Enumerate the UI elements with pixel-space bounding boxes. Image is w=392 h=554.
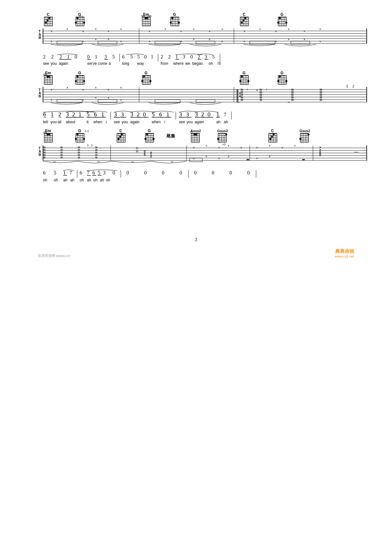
svg-text:2: 2 xyxy=(91,144,93,147)
svg-point-99 xyxy=(279,17,281,19)
page-number: 3 xyxy=(19,237,373,242)
svg-text:where: where xyxy=(173,61,184,66)
svg-text:2: 2 xyxy=(352,85,354,88)
svg-point-507 xyxy=(269,138,271,140)
svg-point-594 xyxy=(303,159,305,160)
svg-text:≋: ≋ xyxy=(240,98,243,102)
svg-text:i: i xyxy=(106,120,107,124)
svg-text:all: all xyxy=(58,120,61,124)
svg-text:1: 1 xyxy=(151,54,153,59)
svg-text:♩: ♩ xyxy=(247,87,248,91)
svg-text:×: × xyxy=(82,88,84,92)
svg-text:×: × xyxy=(294,144,296,148)
svg-text:×: × xyxy=(107,96,109,100)
svg-point-67 xyxy=(171,17,173,19)
svg-text:ah: ah xyxy=(216,120,220,124)
svg-text:×: × xyxy=(275,30,277,33)
footer-site-text: 歌谱简谱网 jianpu.cn xyxy=(38,253,70,258)
svg-text:0: 0 xyxy=(212,170,214,175)
chord-diagram-C3: C xyxy=(117,129,125,142)
svg-text:ah: ah xyxy=(70,178,74,182)
watermark: 典典吉他 www.ccjt.net xyxy=(335,248,354,258)
svg-text:×: × xyxy=(228,155,230,158)
svg-text:see: see xyxy=(179,120,185,124)
svg-text:×: × xyxy=(95,96,97,100)
svg-point-506 xyxy=(271,136,273,138)
svg-text:×: × xyxy=(51,40,52,43)
svg-text:when: when xyxy=(151,120,161,124)
svg-text:×: × xyxy=(209,30,211,33)
svg-point-83 xyxy=(244,17,246,19)
svg-text:×: × xyxy=(180,40,182,43)
chord-diagram-G5: G xyxy=(141,71,151,84)
svg-text:𝄊: 𝄊 xyxy=(97,160,100,165)
svg-text:×: × xyxy=(51,30,52,33)
svg-text:i: i xyxy=(164,120,165,124)
svg-text:i'll: i'll xyxy=(217,61,221,66)
svg-text:2: 2 xyxy=(150,155,152,158)
svg-point-280 xyxy=(277,80,279,82)
svg-point-339 xyxy=(239,93,241,94)
svg-text:2̲: 2̲ xyxy=(201,112,205,118)
svg-text:×: × xyxy=(221,40,223,43)
svg-point-30 xyxy=(75,22,77,24)
svg-point-522 xyxy=(308,134,309,136)
svg-text:0: 0 xyxy=(162,170,164,175)
svg-point-340 xyxy=(239,95,241,97)
svg-text:×: × xyxy=(218,157,220,160)
svg-text:×: × xyxy=(95,86,97,89)
svg-text:1̲: 1̲ xyxy=(216,112,220,118)
svg-point-458 xyxy=(144,138,146,140)
svg-text:7: 7 xyxy=(70,170,72,175)
svg-text:C: C xyxy=(47,12,50,17)
svg-text:when: when xyxy=(93,120,102,124)
svg-text:1̲: 1̲ xyxy=(166,112,170,118)
svg-text:≋: ≋ xyxy=(259,98,262,102)
svg-text:×: × xyxy=(82,98,84,102)
svg-text:tell: tell xyxy=(43,120,48,124)
svg-text:G: G xyxy=(144,71,147,75)
svg-point-85 xyxy=(241,22,243,24)
svg-text:oh: oh xyxy=(54,178,58,182)
svg-point-13 xyxy=(48,17,50,19)
svg-text:×: × xyxy=(193,38,195,41)
svg-point-443 xyxy=(118,138,119,140)
svg-text:0: 0 xyxy=(144,170,147,175)
svg-text:×: × xyxy=(95,27,97,31)
svg-text:oh: oh xyxy=(209,61,213,66)
svg-text:1̲: 1̲ xyxy=(78,112,82,118)
svg-text:2: 2 xyxy=(59,54,62,59)
svg-point-406 xyxy=(46,134,48,136)
svg-text:oh: oh xyxy=(93,178,97,182)
svg-point-425 xyxy=(83,138,85,140)
svg-text:×: × xyxy=(259,27,261,31)
svg-text:you: you xyxy=(51,61,57,66)
svg-text:×: × xyxy=(164,27,166,31)
svg-point-281 xyxy=(285,80,287,82)
chord-diagram-C2: C xyxy=(240,12,248,26)
svg-point-474 xyxy=(193,134,195,136)
svg-text:𝄊: 𝄊 xyxy=(53,160,56,165)
svg-point-407 xyxy=(48,134,50,136)
svg-text:2: 2 xyxy=(51,54,54,59)
svg-text:2: 2 xyxy=(198,54,200,59)
svg-text:×: × xyxy=(303,30,305,33)
svg-point-441 xyxy=(121,134,123,136)
svg-point-29 xyxy=(77,17,78,19)
svg-text:0̲: 0̲ xyxy=(143,112,146,118)
svg-text:×3: ×3 xyxy=(222,143,225,146)
svg-text:7: 7 xyxy=(87,170,89,175)
svg-text:2̲: 2̲ xyxy=(72,112,76,118)
svg-text:you: you xyxy=(51,120,57,124)
svg-point-491 xyxy=(225,134,227,136)
svg-text:𝄊: 𝄊 xyxy=(131,160,134,165)
svg-text:again: again xyxy=(130,120,139,124)
svg-text:you: you xyxy=(187,120,193,124)
svg-point-53 xyxy=(150,15,151,17)
svg-text:×: × xyxy=(51,98,52,102)
svg-text:3̲: 3̲ xyxy=(130,112,134,118)
svg-point-247 xyxy=(143,76,145,78)
svg-point-14 xyxy=(46,20,48,21)
svg-text:×: × xyxy=(243,30,245,33)
svg-text:×: × xyxy=(120,40,122,43)
